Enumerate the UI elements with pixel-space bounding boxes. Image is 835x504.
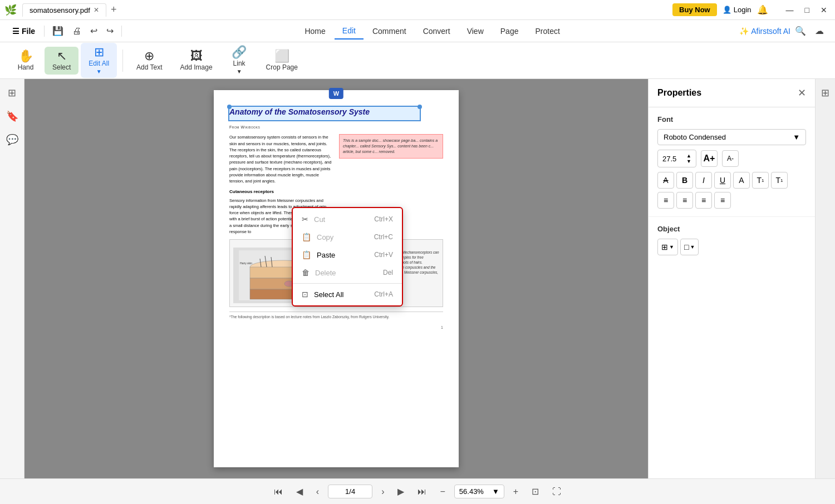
go-next-page-button[interactable]: › [377,485,389,499]
superscript-button[interactable]: T1 [771,172,788,189]
go-first-button[interactable]: ⏮ [269,485,287,499]
crop-page-button[interactable]: ⬜ Crop Page [258,47,306,75]
font-size-arrows[interactable]: ▲ ▼ [686,153,691,164]
ctx-cut-left: ✂ Cut [302,215,325,224]
link-button[interactable]: 🔗 Link ▼ [223,43,256,78]
zoom-out-button[interactable]: − [435,486,449,498]
document-tab[interactable]: somatosensory.pdf ✕ [22,3,106,17]
add-image-label: Add Image [180,63,213,71]
align-center-button[interactable]: ≡ [676,192,693,209]
menu-comment[interactable]: Comment [365,23,414,39]
buy-now-button[interactable]: Buy Now [672,3,717,16]
ctx-delete-item[interactable]: 🗑 Delete Del [293,264,402,281]
zoom-value: 56.43% [459,487,484,496]
font-size-up[interactable]: ▲ [686,153,691,159]
notification-icon[interactable]: 🔔 [757,4,768,15]
add-text-button[interactable]: ⊕ Add Text [129,47,170,75]
alignment-row: ≡ ≡ ≡ ≡ [657,192,806,209]
ctx-copy-item[interactable]: 📋 Copy Ctrl+C [293,228,402,246]
sidebar-thumbnail-icon[interactable]: ⊞ [4,83,19,102]
hand-label: Hand [18,63,34,71]
align-right-button[interactable]: ≡ [695,192,712,209]
add-image-button[interactable]: 🖼 Add Image [173,47,220,75]
sidebar-bookmark-icon[interactable]: 🔖 [3,107,22,126]
page-number-input[interactable] [328,485,372,498]
edit-all-button[interactable]: ⊞ Edit All ▼ [81,43,117,78]
zoom-select[interactable]: 56.43% ▼ [454,485,504,498]
tab-close-icon[interactable]: ✕ [94,6,99,14]
ctx-select-all-left: ⊡ Select All [302,290,343,299]
select-icon: ↖ [57,50,67,62]
go-next-button[interactable]: ▶ [393,484,409,499]
ctx-cut-item[interactable]: ✂ Cut Ctrl+X [293,210,402,228]
sidebar-comment-icon[interactable]: 💬 [3,130,22,149]
bold-button[interactable]: B [676,172,693,189]
strikethrough-button[interactable]: A [657,172,674,189]
minimize-button[interactable]: — [783,4,797,16]
print-icon[interactable]: 🖨 [68,24,86,38]
maximize-button[interactable]: □ [802,4,813,16]
pdf-area[interactable]: W Anatomy of the Somatosensory Syste Fro… [24,79,648,478]
close-button[interactable]: ✕ [817,4,831,16]
underline-button[interactable]: U [714,172,731,189]
sidebar-left: ⊞ 🔖 💬 [0,79,24,478]
subscript-button[interactable]: T1 [752,172,769,189]
window-controls: — □ ✕ [783,4,831,16]
font-increase-button[interactable]: A+ [701,150,718,167]
menu-home[interactable]: Home [297,23,333,39]
svg-text:Hairy skin: Hairy skin [240,261,252,265]
right-panel-icon[interactable]: ⊞ [818,83,833,102]
go-prev-page-button[interactable]: ‹ [312,485,323,499]
full-screen-button[interactable]: ⛶ [548,485,566,499]
ctx-separator [293,283,402,284]
cloud-icon[interactable]: ☁ [811,23,828,38]
ctx-select-all-item[interactable]: ⊡ Select All Ctrl+A [293,285,402,303]
menu-edit[interactable]: Edit [335,23,364,39]
ctx-paste-item[interactable]: 📋 Paste Ctrl+V [293,246,402,264]
select-tool-button[interactable]: ↖ Select [45,47,78,75]
properties-panel: Properties ✕ Font Roboto Condensed ▼ 27.… [648,79,815,478]
font-name-row: Roboto Condensed ▼ [657,129,806,145]
delete-icon: 🗑 [302,268,310,277]
search-button[interactable]: 🔍 [795,26,806,36]
font-size-input[interactable]: 27.5 ▲ ▼ [657,150,696,167]
hand-tool-button[interactable]: ✋ Hand [9,47,42,75]
font-size-row: 27.5 ▲ ▼ A+ A- [657,150,806,167]
align-left-button[interactable]: ≡ [657,192,674,209]
color-text-button[interactable]: A [733,172,750,189]
save-icon[interactable]: 💾 [48,23,68,38]
object-distribute-button[interactable]: □▼ [680,239,699,255]
menu-view[interactable]: View [459,23,492,39]
font-section: Font Roboto Condensed ▼ 27.5 ▲ ▼ A+ A- [649,107,815,217]
zoom-dropdown-icon: ▼ [492,487,499,496]
go-last-button[interactable]: ⏭ [413,485,431,499]
fit-page-button[interactable]: ⊡ [527,484,543,499]
undo-icon[interactable]: ↩ [86,23,102,38]
go-prev-button[interactable]: ◀ [292,484,307,499]
align-justify-button[interactable]: ≡ [714,192,731,209]
add-text-icon: ⊕ [144,50,154,62]
properties-title: Properties [657,88,701,98]
crop-icon: ⬜ [274,50,289,62]
ctx-copy-label: Copy [317,233,333,241]
font-dropdown[interactable]: Roboto Condensed ▼ [657,129,806,145]
new-tab-button[interactable]: + [106,4,121,16]
font-decrease-button[interactable]: A- [722,150,739,167]
menu-protect[interactable]: Protect [527,23,567,39]
afirstsoft-ai-button[interactable]: ✨ Afirstsoft AI [739,27,790,36]
italic-button[interactable]: I [695,172,712,189]
font-size-down[interactable]: ▼ [686,159,691,164]
ctx-select-all-shortcut: Ctrl+A [374,290,393,298]
zoom-in-button[interactable]: + [509,486,523,498]
redo-icon[interactable]: ↪ [102,23,118,38]
file-menu[interactable]: ☰ File [7,24,41,38]
ctx-paste-shortcut: Ctrl+V [374,251,393,259]
menu-separator [44,26,45,37]
login-button[interactable]: 👤 Login [723,6,752,14]
object-align-button[interactable]: ⊞▼ [657,239,678,255]
properties-close-button[interactable]: ✕ [798,87,806,99]
menu-convert[interactable]: Convert [415,23,458,39]
ctx-paste-label: Paste [317,251,335,259]
menu-page[interactable]: Page [493,23,527,39]
toolbar-separator-1 [122,50,123,72]
